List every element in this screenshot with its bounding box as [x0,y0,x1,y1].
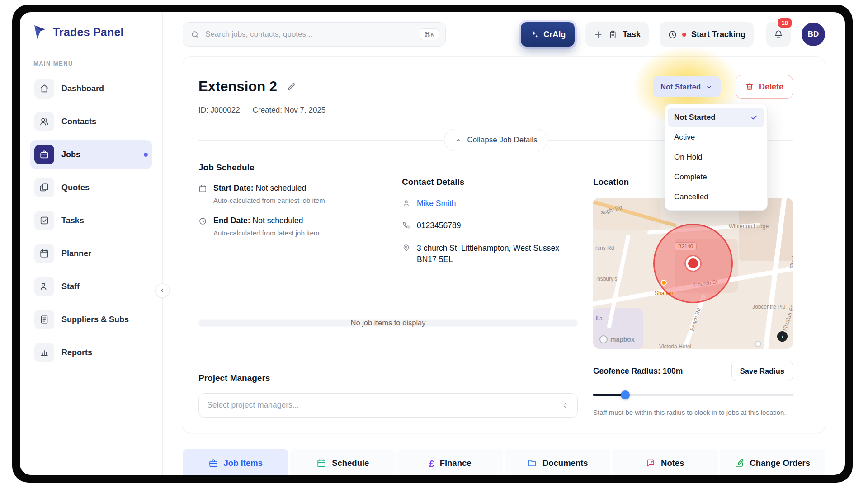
map-street-label: rtins Rd [595,245,614,251]
start-date-row: Start Date: Not scheduled Auto-calculate… [198,183,388,204]
map-place-label: Winterton Lodge [729,223,769,230]
map-info-button[interactable]: i [777,331,788,342]
tab-finance[interactable]: £ Finance [397,449,503,475]
contact-phone[interactable]: 0123456789 [417,220,461,231]
tab-change-orders[interactable]: Change Orders [720,449,826,475]
status-option-complete[interactable]: Complete [668,167,764,187]
status-dropdown-menu: Not Started Active On Hold Complete Canc… [665,104,768,211]
geofence-help-text: Staff must be within this radius to cloc… [593,408,788,418]
sidebar-item-label: Tasks [61,216,84,225]
job-header: Extension 2 Not Started Delete [198,75,793,99]
notebook-icon [34,310,54,329]
clock-icon [668,30,677,39]
collapse-details-button[interactable]: Collapse Job Details [444,129,548,151]
sidebar: Trades Panel MAIN MENU Dashboard Contact… [20,12,163,475]
avatar[interactable]: BD [802,23,825,46]
sidebar-item-suppliers[interactable]: Suppliers & Subs [30,305,152,334]
menu-item-label: Cancelled [674,192,708,202]
tracking-label: Start Tracking [691,30,745,39]
craig-ai-button[interactable]: CrAIg [521,22,575,47]
section-heading: Job Schedule [198,163,388,173]
chevron-down-icon [705,83,713,91]
start-date-note: Auto-calculated from earliest job item [213,197,325,204]
menu-item-label: Not Started [674,113,716,122]
calendar-icon [316,458,326,468]
job-details-card: Extension 2 Not Started Delete [183,56,825,433]
status-option-active[interactable]: Active [668,127,764,147]
job-id: ID: J000022 [198,106,240,115]
home-icon [34,79,54,99]
add-task-button[interactable]: Task [585,22,649,47]
note-icon [646,458,656,468]
status-dropdown-button[interactable]: Not Started [653,76,721,97]
sidebar-item-contacts[interactable]: Contacts [30,107,152,136]
notification-count-badge: 18 [777,17,793,29]
delete-button[interactable]: Delete [736,75,793,99]
tab-label: Schedule [332,458,369,468]
screen-frame: Trades Panel MAIN MENU Dashboard Contact… [12,5,853,483]
status-option-on-hold[interactable]: On Hold [668,147,764,167]
search-icon [190,30,200,39]
topbar-actions: CrAIg Task Start Tracking 18 [521,22,825,47]
job-location-marker [688,258,698,268]
save-radius-button[interactable]: Save Radius [731,361,793,381]
status-option-cancelled[interactable]: Cancelled [668,187,764,207]
tab-label: Job Items [224,458,263,468]
edit-title-button[interactable] [286,82,296,92]
brand[interactable]: Trades Panel [30,24,152,40]
end-date-value: Not scheduled [253,216,303,225]
sidebar-item-reports[interactable]: Reports [30,338,152,367]
status-option-not-started[interactable]: Not Started [668,108,764,127]
tab-schedule[interactable]: Schedule [290,449,396,475]
pencil-icon [286,82,296,92]
section-heading: Contact Details [402,177,578,187]
briefcase-icon [34,145,54,164]
page-title: Extension 2 [198,79,277,95]
search-input[interactable] [205,30,414,39]
tab-job-items[interactable]: Job Items [183,449,288,475]
sidebar-item-planner[interactable]: Planner [30,239,152,268]
status-control: Not Started [653,76,721,97]
contact-name-row: Mike Smith [402,198,578,209]
tab-label: Notes [661,458,684,468]
clock-icon [198,217,207,237]
map-place-label: ilia [596,315,603,322]
sidebar-item-dashboard[interactable]: Dashboard [30,74,152,103]
app-window: Trades Panel MAIN MENU Dashboard Contact… [20,12,845,475]
delete-label: Delete [759,82,783,92]
sidebar-item-quotes[interactable]: Quotes [30,173,152,202]
tab-documents[interactable]: Documents [505,449,611,475]
sidebar-collapse-button[interactable] [155,283,170,298]
chevron-left-icon [159,287,166,294]
mapbox-attribution[interactable]: mapbox [599,335,635,343]
tab-label: Change Orders [750,458,810,468]
map-place-label: Jobcentre Plu [752,304,785,310]
project-managers-section: Project Managers Select project managers… [198,373,578,437]
global-search[interactable]: ⌘K [183,22,446,47]
person-icon [402,199,410,207]
sidebar-item-label: Quotes [61,183,90,192]
sidebar-item-staff[interactable]: Staff [30,272,152,301]
location-map[interactable]: aught Rd Winterton Lodge Fitzalan Rd Fit… [593,198,793,349]
sparkles-icon [530,30,539,39]
end-date-label: End Date: [213,216,250,225]
poi-marker-small [755,341,761,347]
check-icon [750,113,758,122]
sidebar-item-label: Staff [61,282,80,291]
start-tracking-button[interactable]: Start Tracking [660,22,754,47]
geofence-circle [653,224,733,303]
project-managers-select[interactable]: Select project managers... [198,393,578,418]
sidebar-item-tasks[interactable]: Tasks [30,206,152,235]
chevron-up-icon [454,136,462,144]
tab-label: Finance [440,458,472,468]
slider-handle[interactable] [621,390,630,399]
radius-slider[interactable] [593,390,793,399]
mapbox-logo-icon [599,335,608,343]
sidebar-nav: Dashboard Contacts Jobs Quotes Tasks [30,74,152,367]
map-pin-icon [402,244,410,252]
contact-name-link[interactable]: Mike Smith [417,198,456,209]
tab-notes[interactable]: Notes [612,449,718,475]
sidebar-item-jobs[interactable]: Jobs [30,140,152,169]
clipboard-icon [608,30,618,39]
craig-label: CrAIg [543,30,566,39]
